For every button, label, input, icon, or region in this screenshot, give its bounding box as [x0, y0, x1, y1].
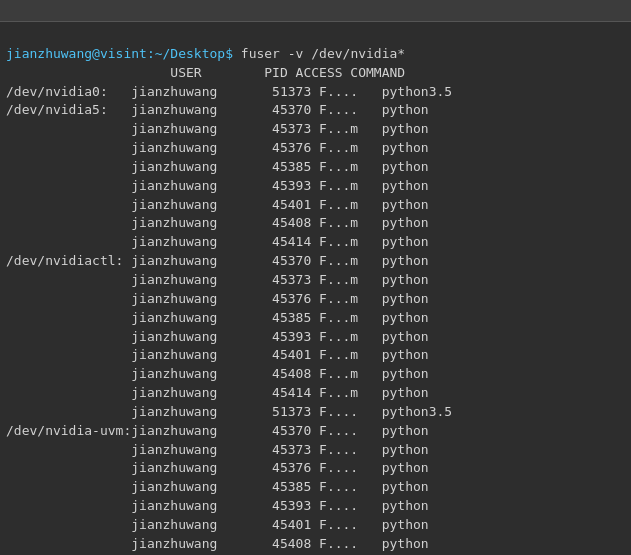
- menu-terminal[interactable]: [68, 9, 84, 13]
- terminal-output[interactable]: jianzhuwang@visint:~/Desktop$ fuser -v /…: [0, 22, 631, 555]
- menu-help[interactable]: [84, 9, 100, 13]
- menu-view[interactable]: [36, 9, 52, 13]
- menu-search[interactable]: [52, 9, 68, 13]
- menubar: [0, 0, 631, 22]
- menu-edit[interactable]: [20, 9, 36, 13]
- menu-file[interactable]: [4, 9, 20, 13]
